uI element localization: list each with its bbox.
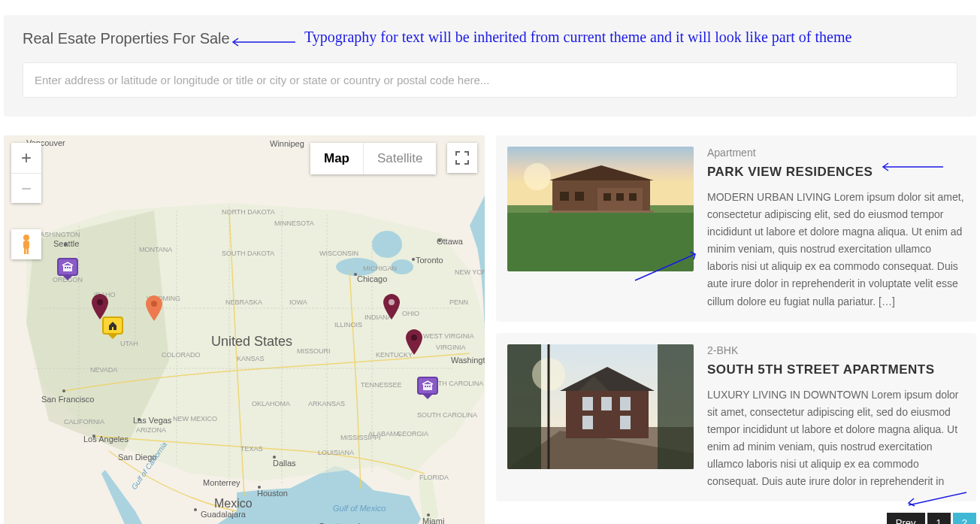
zoom-in-button[interactable]: + [11, 143, 41, 173]
svg-point-100 [97, 299, 103, 305]
map-marker-fl[interactable] [417, 377, 438, 395]
map-marker-az[interactable] [146, 295, 162, 323]
fullscreen-button[interactable] [447, 143, 477, 173]
svg-text:TEXAS: TEXAS [240, 445, 263, 453]
map-marker-sf[interactable] [57, 258, 78, 276]
svg-rect-127 [658, 344, 694, 469]
pagination: Prev 1 2 [496, 513, 976, 524]
svg-text:SOUTH
CAROLINA: SOUTH CAROLINA [417, 411, 477, 419]
svg-text:ARIZONA: ARIZONA [136, 426, 166, 434]
svg-text:Toronto: Toronto [416, 256, 443, 265]
svg-rect-132 [601, 397, 612, 410]
pagination-page-2[interactable]: 2 [953, 513, 976, 524]
maptype-satellite-button[interactable]: Satellite [363, 143, 436, 174]
svg-text:NEW YORK: NEW YORK [455, 268, 485, 276]
svg-rect-94 [69, 267, 71, 268]
svg-text:ARKANSAS: ARKANSAS [308, 400, 345, 407]
svg-rect-117 [616, 193, 624, 201]
svg-text:NEW
MEXICO: NEW MEXICO [173, 415, 217, 423]
svg-text:Winnipeg: Winnipeg [270, 139, 304, 148]
listing-description: MODERN URBAN LIVING Lorem ipsum dolor si… [707, 189, 965, 310]
fullscreen-icon [455, 151, 469, 165]
svg-text:VIRGINIA: VIRGINIA [436, 344, 466, 351]
map-marker-ga[interactable] [406, 329, 422, 357]
pagination-prev[interactable]: Prev [887, 513, 925, 524]
annotation-arrow-icon [903, 490, 970, 507]
svg-line-122 [635, 254, 695, 280]
svg-text:CALIFORNIA: CALIFORNIA [64, 418, 104, 426]
svg-text:Gulf of
Mexico: Gulf of Mexico [333, 504, 386, 513]
search-input[interactable] [23, 62, 957, 98]
svg-text:Guadalajara: Guadalajara [201, 510, 247, 519]
svg-line-138 [909, 492, 966, 505]
svg-rect-107 [27, 247, 29, 254]
page-title: Real Esate Properties For Sale [23, 30, 230, 47]
maptype-control: Map Satellite [310, 143, 436, 174]
listing-image [507, 344, 694, 469]
annotation-arrow-icon [229, 38, 297, 47]
annotation-text: Typography for text will be inherited fr… [304, 29, 851, 46]
svg-text:MICHIGAN: MICHIGAN [363, 265, 397, 272]
svg-text:GEORGIA: GEORGIA [397, 430, 428, 438]
listing-card[interactable]: 2-BHK SOUTH 5TH STREET APARTMENTS LUXURY… [496, 333, 976, 502]
pagination-page-1[interactable]: 1 [927, 513, 951, 524]
svg-text:Monterrey: Monterrey [203, 478, 240, 487]
svg-text:United States: United States [211, 334, 292, 349]
svg-point-23 [412, 258, 415, 261]
zoom-control: + − [11, 143, 41, 203]
map-marker-tn[interactable] [383, 294, 400, 322]
streetview-pegman[interactable] [11, 229, 41, 259]
header-section: Real Esate Properties For Sale Typograph… [4, 15, 976, 117]
svg-text:Houston: Houston [257, 489, 288, 498]
listing-card[interactable]: Apartment PARK VIEW RESIDENCES MODERN UR… [496, 135, 976, 322]
svg-text:PENN: PENN [449, 298, 468, 306]
zoom-out-button[interactable]: − [11, 173, 41, 203]
svg-text:NEVADA: NEVADA [90, 366, 117, 374]
header-row: Real Esate Properties For Sale Typograph… [23, 30, 957, 47]
listing-category: 2-BHK [707, 344, 965, 356]
svg-text:Dallas: Dallas [273, 459, 296, 468]
svg-text:NEBRASKA: NEBRASKA [225, 298, 262, 306]
map-container[interactable]: Vancouver Seattle San Francisco Los Ange… [4, 135, 485, 524]
svg-text:Chicago: Chicago [357, 274, 387, 283]
svg-text:Las Vegas: Las Vegas [133, 416, 172, 425]
maptype-map-button[interactable]: Map [310, 143, 363, 174]
svg-rect-114 [575, 192, 584, 201]
svg-text:ALABAMA: ALABAMA [368, 430, 401, 438]
svg-text:SOUTH
DAKOTA: SOUTH DAKOTA [222, 250, 274, 257]
svg-point-25 [194, 508, 197, 511]
svg-text:KANSAS: KANSAS [237, 355, 265, 362]
svg-point-103 [411, 335, 417, 341]
svg-text:UTAH: UTAH [120, 340, 138, 347]
listings-container: Apartment PARK VIEW RESIDENCES MODERN UR… [496, 135, 976, 524]
svg-point-101 [151, 301, 157, 307]
svg-text:NORTH
DAKOTA: NORTH DAKOTA [222, 208, 275, 216]
annotation-arrow-icon [631, 252, 699, 282]
svg-text:Los Angeles: Los Angeles [83, 435, 129, 444]
svg-text:Guatemala: Guatemala [318, 521, 366, 524]
svg-rect-98 [429, 386, 431, 387]
svg-rect-106 [24, 247, 26, 254]
svg-point-3 [372, 231, 402, 258]
svg-rect-119 [549, 211, 654, 213]
listing-description: LUXURY LIVING IN DOWNTOWN Lorem ipsum do… [707, 386, 965, 491]
svg-rect-99 [112, 327, 113, 330]
svg-rect-134 [582, 416, 593, 429]
svg-rect-97 [427, 386, 428, 387]
listing-title[interactable]: SOUTH 5TH STREET APARTMENTS [707, 362, 965, 377]
svg-point-104 [23, 235, 29, 241]
svg-point-120 [524, 163, 551, 190]
svg-point-15 [62, 389, 65, 392]
svg-rect-128 [566, 389, 649, 438]
svg-text:LOUISIANA: LOUISIANA [318, 449, 354, 456]
svg-rect-133 [620, 397, 631, 410]
svg-text:MONTANA: MONTANA [139, 246, 172, 253]
map-marker-la-pin[interactable] [92, 294, 108, 322]
svg-text:FLORIDA: FLORIDA [419, 474, 449, 481]
svg-text:OHIO: OHIO [402, 310, 419, 317]
svg-rect-118 [629, 193, 637, 201]
svg-rect-135 [620, 416, 631, 429]
svg-rect-92 [65, 267, 66, 268]
svg-text:OKLAHOMA: OKLAHOMA [252, 400, 290, 407]
svg-rect-113 [560, 192, 569, 201]
